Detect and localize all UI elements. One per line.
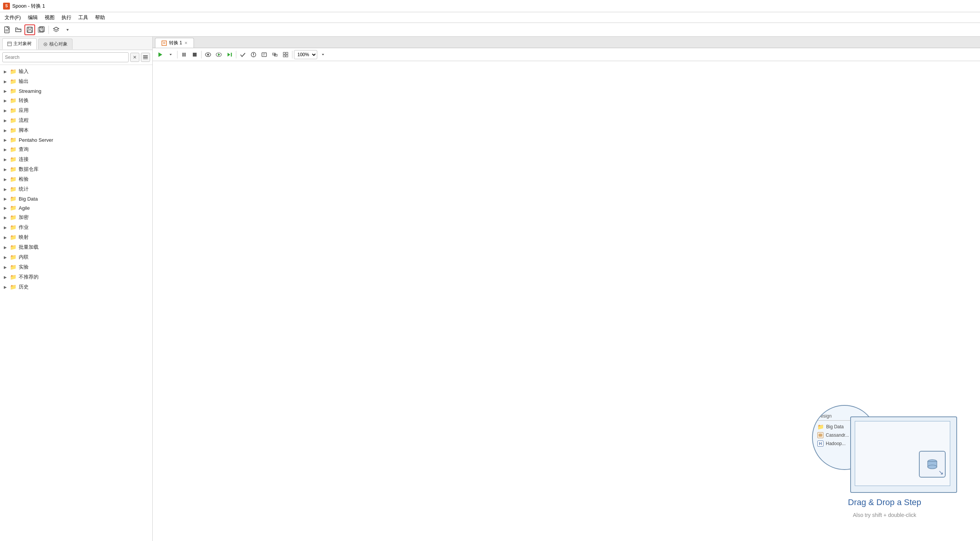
dropdown-arrow-button[interactable] bbox=[62, 24, 73, 35]
arrow-icon: ▶ bbox=[3, 285, 8, 289]
impact-button[interactable] bbox=[249, 50, 258, 60]
preview-button[interactable] bbox=[203, 50, 213, 60]
arrow-icon: ▶ bbox=[3, 215, 8, 220]
tree-item-query[interactable]: ▶ 📁 查询 bbox=[0, 144, 152, 154]
tree-item-stats[interactable]: ▶ 📁 统计 bbox=[0, 184, 152, 194]
tab-main-objects[interactable]: 主对象树 bbox=[2, 38, 37, 50]
grid-button[interactable] bbox=[281, 50, 291, 60]
sql-button[interactable] bbox=[259, 50, 269, 60]
step-run-button[interactable] bbox=[224, 50, 234, 60]
tree-item-inline[interactable]: ▶ 📁 内联 bbox=[0, 252, 152, 262]
tree-item-label: 内联 bbox=[19, 254, 29, 261]
svg-rect-46 bbox=[286, 55, 288, 57]
toolbar-separator-1 bbox=[48, 26, 49, 34]
canvas-separator-3 bbox=[236, 51, 236, 58]
collapse-icon bbox=[143, 55, 148, 60]
tree-item-flow[interactable]: ▶ 📁 流程 bbox=[0, 115, 152, 125]
open-file-button[interactable] bbox=[13, 24, 24, 35]
tree-item-bulkload[interactable]: ▶ 📁 批量加载 bbox=[0, 242, 152, 252]
menu-help[interactable]: 帮助 bbox=[92, 13, 108, 22]
tree-item-history[interactable]: ▶ 📁 历史 bbox=[0, 282, 152, 292]
canvas-tab-transform1[interactable]: 转换 1 ✕ bbox=[155, 38, 194, 48]
folder-icon: 📁 bbox=[10, 146, 16, 152]
menu-bar: 文件(F) 编辑 视图 执行 工具 帮助 bbox=[0, 12, 980, 23]
main-layout: 主对象树 核心对象 ✕ bbox=[0, 37, 980, 541]
search-collapse-button[interactable] bbox=[141, 53, 150, 62]
tree-item-pentaho[interactable]: ▶ 📁 Pentaho Server bbox=[0, 135, 152, 144]
arrow-icon: ▶ bbox=[3, 225, 8, 230]
arrow-icon: ▶ bbox=[3, 109, 8, 113]
menu-edit[interactable]: 编辑 bbox=[25, 13, 41, 22]
tree-item-transform[interactable]: ▶ 📁 转换 bbox=[0, 96, 152, 105]
sql-icon bbox=[261, 52, 267, 58]
arrow-icon: ▶ bbox=[3, 128, 8, 133]
canvas-tab-label: 转换 1 bbox=[169, 40, 182, 46]
menu-file[interactable]: 文件(F) bbox=[2, 13, 24, 22]
stop-icon bbox=[192, 52, 198, 58]
tree-item-deprecated[interactable]: ▶ 📁 不推荐的 bbox=[0, 272, 152, 282]
tree-item-mapping[interactable]: ▶ 📁 映射 bbox=[0, 232, 152, 242]
tree-item-job[interactable]: ▶ 📁 作业 bbox=[0, 222, 152, 232]
tree-item-apply[interactable]: ▶ 📁 应用 bbox=[0, 105, 152, 115]
tree-item-datawarehouse[interactable]: ▶ 📁 数据仓库 bbox=[0, 164, 152, 174]
canvas-toolbar: 50% 75% 100% 150% 200% bbox=[153, 48, 980, 61]
folder-icon: 📁 bbox=[10, 244, 16, 250]
zoom-dropdown-button[interactable] bbox=[318, 50, 328, 60]
tree-item-encrypt[interactable]: ▶ 📁 加密 bbox=[0, 212, 152, 222]
tree-item-input[interactable]: ▶ 📁 输入 bbox=[0, 66, 152, 76]
tree-item-label: 映射 bbox=[19, 234, 29, 241]
folder-icon: 📁 bbox=[10, 274, 16, 280]
tree-item-script[interactable]: ▶ 📁 脚本 bbox=[0, 125, 152, 135]
menu-view[interactable]: 视图 bbox=[42, 13, 58, 22]
arrow-icon: ▶ bbox=[3, 245, 8, 249]
svg-marker-47 bbox=[322, 54, 324, 55]
tree-item-label: 应用 bbox=[19, 107, 29, 114]
search-clear-button[interactable]: ✕ bbox=[130, 53, 139, 62]
tree-item-bigdata[interactable]: ▶ 📁 Big Data bbox=[0, 194, 152, 203]
arrow-icon: ▶ bbox=[3, 79, 8, 84]
tree-item-connect[interactable]: ▶ 📁 连接 bbox=[0, 154, 152, 164]
run-dropdown-button[interactable] bbox=[166, 50, 176, 60]
tree-item-label: 批量加载 bbox=[19, 244, 39, 251]
tree-item-output[interactable]: ▶ 📁 输出 bbox=[0, 76, 152, 86]
run-preview-button[interactable] bbox=[214, 50, 224, 60]
tree-item-experiment[interactable]: ▶ 📁 实验 bbox=[0, 262, 152, 272]
save-file-button[interactable] bbox=[24, 24, 35, 35]
canvas[interactable]: Design 📁 Big Data bbox=[153, 61, 980, 541]
tree-item-label: 加密 bbox=[19, 214, 29, 221]
folder-icon: 📁 bbox=[10, 166, 16, 172]
zoom-selector[interactable]: 50% 75% 100% 150% 200% bbox=[294, 50, 317, 59]
menu-run[interactable]: 执行 bbox=[58, 13, 74, 22]
explore-button[interactable] bbox=[270, 50, 280, 60]
tree-item-streaming[interactable]: ▶ 📁 Streaming bbox=[0, 86, 152, 96]
save-all-button[interactable] bbox=[36, 24, 47, 35]
stop-button[interactable] bbox=[190, 50, 200, 60]
save-icon bbox=[26, 26, 33, 33]
search-input[interactable] bbox=[2, 52, 129, 62]
folder-icon: 📁 bbox=[10, 186, 16, 192]
tree-item-agile[interactable]: ▶ 📁 Agile bbox=[0, 203, 152, 212]
layers-button[interactable] bbox=[51, 24, 61, 35]
arrow-icon: ▶ bbox=[3, 255, 8, 259]
menu-tools[interactable]: 工具 bbox=[75, 13, 91, 22]
arrow-icon: ▶ bbox=[3, 177, 8, 181]
new-file-button[interactable] bbox=[2, 24, 12, 35]
folder-icon: 📁 bbox=[10, 127, 16, 133]
arrow-icon: ▶ bbox=[3, 187, 8, 191]
arrow-icon: ▶ bbox=[3, 70, 8, 74]
zoom-folder-icon: 📁 bbox=[817, 424, 824, 430]
tree-panel: ▶ 📁 输入 ▶ 📁 输出 ▶ 📁 Streaming ▶ 📁 转换 ▶ bbox=[0, 65, 152, 541]
run-button[interactable] bbox=[155, 50, 165, 60]
tree-item-label: 脚本 bbox=[19, 127, 29, 134]
tree-item-label: Big Data bbox=[19, 196, 38, 202]
tab-core-objects[interactable]: 核心对象 bbox=[38, 39, 73, 49]
canvas-tab-close[interactable]: ✕ bbox=[184, 41, 187, 45]
pause-button[interactable] bbox=[179, 50, 189, 60]
explore-icon bbox=[272, 52, 278, 58]
arrow-icon: ▶ bbox=[3, 118, 8, 123]
check-button[interactable] bbox=[238, 50, 248, 60]
tree-item-label: 转换 bbox=[19, 97, 29, 104]
tree-item-validate[interactable]: ▶ 📁 检验 bbox=[0, 174, 152, 184]
tree-item-label: 输入 bbox=[19, 68, 29, 75]
save-all-icon bbox=[38, 26, 45, 33]
